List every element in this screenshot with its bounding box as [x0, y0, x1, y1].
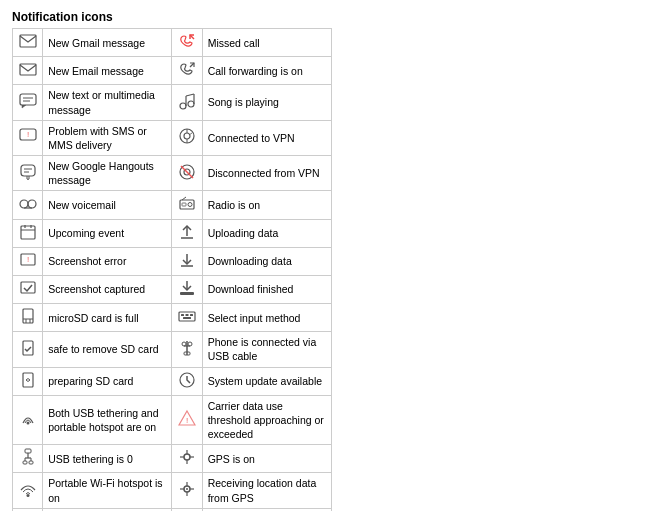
gps-icon [178, 448, 196, 466]
wifi-hotspot-icon [19, 480, 37, 498]
email-icon [19, 60, 37, 78]
icon-cell-hangouts [13, 156, 43, 191]
svg-rect-51 [23, 341, 33, 355]
gmail-icon [19, 32, 37, 50]
svg-rect-42 [23, 309, 33, 323]
upload-icon [178, 223, 196, 241]
icon-cell-update [172, 367, 202, 395]
svg-rect-19 [21, 165, 35, 176]
screenshot-error-label: Screenshot error [43, 247, 172, 275]
svg-rect-31 [182, 203, 186, 206]
voicemail-label: New voicemail [43, 191, 172, 219]
svg-rect-0 [20, 35, 36, 47]
icon-cell-upload [172, 219, 202, 247]
icon-cell-input [172, 304, 202, 332]
microsd-full-label: microSD card is full [43, 304, 172, 332]
radio-icon [178, 194, 196, 212]
radio-label: Radio is on [202, 191, 331, 219]
mms-problem-icon: ! [19, 127, 37, 145]
icon-cell-mms: ! [13, 120, 43, 155]
event-icon [19, 223, 37, 241]
svg-point-29 [188, 203, 192, 207]
table-row: ! Problem with SMS or MMS delivery [13, 120, 332, 155]
icon-cell-gps [172, 445, 202, 473]
table-row: New text or multimedia message Song is p… [13, 85, 332, 120]
icon-cell-vpn [172, 120, 202, 155]
icon-cell-hotspot [13, 395, 43, 445]
svg-text:!: ! [186, 416, 188, 425]
icon-cell-screenshot-error: ! [13, 247, 43, 275]
vpn-label: Connected to VPN [202, 120, 331, 155]
notification-icons-title: Notification icons [12, 10, 332, 24]
upload-label: Uploading data [202, 219, 331, 247]
svg-point-55 [188, 342, 192, 346]
svg-rect-4 [20, 94, 36, 105]
svg-text:!: ! [26, 130, 28, 139]
icon-cell-song [172, 85, 202, 120]
input-label: Select input method [202, 304, 331, 332]
icon-cell-usb-tether [13, 445, 43, 473]
screenshot-ok-label: Screenshot captured [43, 275, 172, 303]
icon-cell-sd-safe [13, 332, 43, 367]
voicemail-icon [19, 194, 37, 212]
table-row: safe to remove SD card Phone is connecte… [13, 332, 332, 367]
screenshot-captured-icon [19, 279, 37, 297]
call-forward-icon [178, 60, 196, 78]
icon-cell-gps-location [172, 473, 202, 508]
sd-safe-label: safe to remove SD card [43, 332, 172, 367]
svg-rect-67 [29, 461, 33, 464]
table-row: Portable Wi-Fi hotspot is on Receiving l… [13, 473, 332, 508]
song-label: Song is playing [202, 85, 331, 120]
usb-connected-icon [178, 339, 196, 357]
missed-call-label: Missed call [202, 29, 331, 57]
table-row: New Google Hangouts message Disconnected… [13, 156, 332, 191]
icon-cell-microsd-full [13, 304, 43, 332]
svg-rect-32 [21, 226, 35, 239]
table-row: New Email message Call forwarding is on [13, 57, 332, 85]
icon-cell-carrier: ! [172, 395, 202, 445]
svg-rect-41 [180, 292, 194, 295]
icon-cell-wifi-hotspot [13, 473, 43, 508]
svg-rect-57 [23, 373, 33, 387]
vpn-icon [178, 127, 196, 145]
update-label: System update available [202, 367, 331, 395]
table-row: Upcoming event Uploading data [13, 219, 332, 247]
svg-point-8 [188, 101, 194, 107]
icon-cell-radio [172, 191, 202, 219]
icon-cell-sms [13, 85, 43, 120]
icon-cell-download-done [172, 275, 202, 303]
icon-cell-call-forward [172, 57, 202, 85]
svg-point-25 [20, 200, 28, 208]
table-row: New voicemail Radio is on [13, 191, 332, 219]
table-row: USB tethering is 0 GPS is on [13, 445, 332, 473]
hangouts-label: New Google Hangouts message [43, 156, 172, 191]
svg-point-59 [26, 422, 29, 425]
table-row: ! Screenshot error Downloading data [13, 247, 332, 275]
hotspot-label: Both USB tethering and portable hotspot … [43, 395, 172, 445]
icon-cell-vpn-disc [172, 156, 202, 191]
svg-line-11 [186, 94, 194, 96]
svg-point-73 [26, 494, 29, 497]
wifi-hotspot-label: Portable Wi-Fi hotspot is on [43, 473, 172, 508]
icon-cell-sd-prep [13, 367, 43, 395]
gps-location-label: Receiving location data from GPS [202, 473, 331, 508]
icon-cell-screenshot-ok [13, 275, 43, 303]
call-forward-label: Call forwarding is on [202, 57, 331, 85]
svg-rect-40 [21, 282, 35, 293]
svg-rect-49 [190, 314, 193, 316]
sms-label: New text or multimedia message [43, 85, 172, 120]
sd-preparing-icon [19, 371, 37, 389]
svg-rect-66 [23, 461, 27, 464]
vpn-disconnected-icon [178, 163, 196, 181]
svg-line-24 [181, 166, 193, 178]
icon-cell-event [13, 219, 43, 247]
email-label: New Email message [43, 57, 172, 85]
carrier-label: Carrier data use threshold approaching o… [202, 395, 331, 445]
download-icon [178, 251, 196, 269]
input-method-icon [178, 307, 196, 325]
svg-rect-2 [20, 64, 36, 75]
microsd-full-icon [19, 307, 37, 325]
table-row: microSD card is full Select input method [13, 304, 332, 332]
gps-location-icon [178, 480, 196, 498]
svg-rect-46 [179, 312, 195, 321]
